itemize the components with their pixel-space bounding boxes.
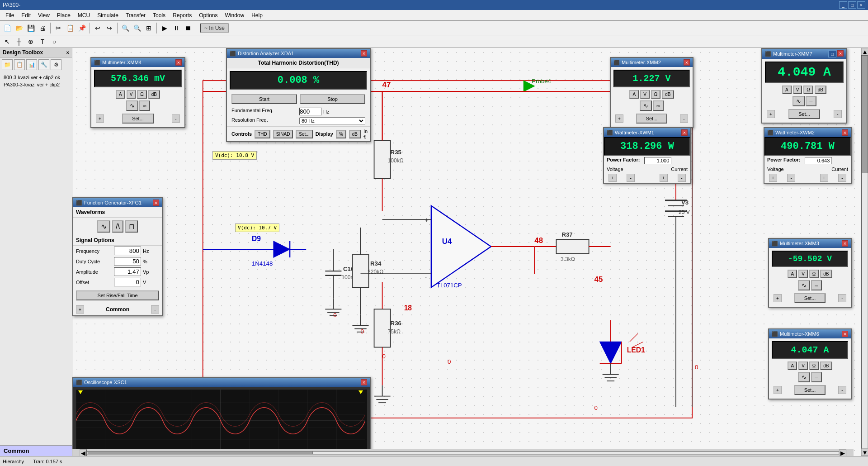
watt1-i-down[interactable]: -	[678, 174, 686, 182]
wattmeter-xwm1-title[interactable]: ⬛ Wattmeter-XWM1 ×	[604, 128, 690, 137]
toolbox-icon-3[interactable]: 📊	[26, 59, 37, 70]
redo-button[interactable]: ↪	[104, 23, 115, 33]
xmm3-adj-up[interactable]: +	[774, 294, 782, 302]
zoom-out-button[interactable]: 🔍	[132, 23, 142, 33]
xmm2-btn-db[interactable]: dB	[662, 90, 674, 99]
menu-tools[interactable]: Tools	[149, 10, 169, 20]
h-scroll-track[interactable]	[87, 451, 839, 455]
xmm7-set-btn[interactable]: Set...	[788, 109, 820, 119]
da-set-btn[interactable]: Set...	[296, 130, 312, 138]
xmm6-btn-db[interactable]: dB	[820, 361, 832, 370]
fg-offset-input[interactable]	[114, 278, 141, 286]
xmm2-adj-up[interactable]: +	[615, 114, 623, 123]
menu-edit[interactable]: Edit	[18, 10, 34, 20]
xmm7-adj-down[interactable]: -	[834, 110, 842, 118]
menu-simulate[interactable]: Simulate	[94, 10, 122, 20]
wire-tool[interactable]: ┼	[14, 36, 24, 47]
xmm6-btn-ohm[interactable]: Ω	[809, 361, 819, 370]
paste-button[interactable]: 📌	[76, 23, 87, 33]
zoom-fit-button[interactable]: ⊞	[143, 23, 154, 33]
fg-wave-triangle[interactable]: /\	[112, 220, 123, 233]
xmm2-btn-ohm[interactable]: Ω	[651, 90, 660, 99]
xmm6-btn-v[interactable]: V	[798, 361, 808, 370]
xmm4-btn-ohm[interactable]: Ω	[137, 90, 146, 99]
osc-title[interactable]: ⬛ Oscilloscope-XSC1 ×	[73, 378, 370, 387]
da-close[interactable]: ×	[361, 50, 367, 57]
v-scrollbar[interactable]: ▲ ▼	[861, 48, 868, 456]
watt1-v-up[interactable]: +	[609, 174, 617, 182]
design-toolbox-close[interactable]: ×	[66, 50, 69, 55]
da-stop-btn[interactable]: Stop	[300, 94, 365, 104]
xmm2-btn-a[interactable]: A	[629, 90, 639, 99]
xmm6-adj-down[interactable]: -	[838, 386, 846, 394]
xmm4-set-btn[interactable]: Set...	[122, 114, 154, 124]
menu-view[interactable]: View	[34, 10, 53, 20]
xmm6-wave-dc[interactable]: ⎓	[811, 372, 822, 382]
xmm7-wave-dc[interactable]: ⎓	[806, 96, 816, 106]
menu-help[interactable]: Help	[248, 10, 266, 20]
xmm3-btn-a[interactable]: A	[788, 270, 797, 278]
fg-wave-sine[interactable]: ∿	[97, 220, 110, 233]
scroll-right-btn[interactable]: ▶	[839, 449, 846, 456]
zoom-in-button[interactable]: 🔍	[120, 23, 131, 33]
wattmeter-xwm2-close[interactable]: ×	[842, 129, 848, 136]
multimeter-xmm2-title[interactable]: ⬛ Multimeter-XMM2 ×	[611, 58, 693, 67]
minimize-button[interactable]: _	[839, 1, 847, 9]
copy-button[interactable]: 📋	[65, 23, 75, 33]
toolbox-icon-1[interactable]: 📁	[2, 59, 13, 70]
fg-duty-input[interactable]	[114, 257, 141, 266]
da-res-freq-select[interactable]: 80 Hz	[299, 117, 365, 124]
xmm4-wave-dc[interactable]: ⎓	[139, 100, 150, 111]
xmm4-btn-a[interactable]: A	[116, 90, 125, 99]
xmm3-wave-ac[interactable]: ∿	[798, 280, 810, 290]
close-button[interactable]: ×	[857, 1, 865, 9]
multimeter-xmm6-title[interactable]: ⬛ Multimeter-XMM6 ×	[769, 329, 851, 338]
text-tool[interactable]: T	[37, 36, 48, 47]
fg-freq-input[interactable]	[114, 247, 141, 255]
toolbox-icon-5[interactable]: ⚙	[51, 59, 61, 70]
xmm4-btn-db[interactable]: dB	[148, 90, 160, 99]
xmm7-btn-ohm[interactable]: Ω	[803, 86, 813, 94]
watt1-i-up[interactable]: +	[660, 174, 668, 182]
watt2-i-up[interactable]: +	[820, 174, 828, 182]
xmm6-set-btn[interactable]: Set...	[794, 385, 826, 395]
multimeter-xmm3-close[interactable]: ×	[842, 240, 848, 247]
component-tool[interactable]: ⊕	[25, 36, 36, 47]
osc-close[interactable]: ×	[361, 379, 367, 385]
watt2-v-up[interactable]: +	[769, 174, 777, 182]
scroll-left-btn[interactable]: ◀	[80, 449, 87, 456]
xmm2-adj-down[interactable]: -	[680, 114, 688, 123]
multimeter-xmm3-title[interactable]: ⬛ Multimeter-XMM3 ×	[769, 239, 851, 248]
xmm2-wave-ac[interactable]: ∿	[640, 100, 652, 111]
cut-button[interactable]: ✂	[53, 23, 64, 33]
xmm3-wave-dc[interactable]: ⎓	[811, 280, 822, 290]
h-scrollbar[interactable]: ◀ ▶	[72, 449, 854, 456]
multimeter-xmm7-close[interactable]: ×	[837, 50, 844, 57]
title-bar-controls[interactable]: _ □ ×	[839, 1, 865, 9]
v-scroll-thumb[interactable]	[862, 56, 868, 173]
xmm7-btn-a[interactable]: A	[782, 86, 792, 94]
toolbox-icon-4[interactable]: 🔧	[38, 59, 49, 70]
xmm7-btn-v[interactable]: V	[793, 86, 802, 94]
simulate-run[interactable]: ▶	[159, 23, 170, 33]
xmm3-btn-v[interactable]: V	[798, 270, 808, 278]
xmm2-set-btn[interactable]: Set...	[636, 114, 668, 124]
node-tool[interactable]: ○	[49, 36, 60, 47]
wattmeter-xwm2-title[interactable]: ⬛ Wattmeter-XWM2 ×	[764, 128, 851, 137]
xmm7-restore[interactable]: □	[828, 50, 836, 57]
da-db-btn[interactable]: dB	[349, 130, 361, 138]
scroll-down-btn[interactable]: ▼	[861, 449, 868, 456]
xmm4-adj-down[interactable]: -	[172, 114, 180, 123]
h-scroll-thumb[interactable]	[87, 452, 313, 454]
scroll-up-btn[interactable]: ▲	[861, 48, 868, 55]
fg-set-rise-fall-btn[interactable]: Set Rise/Fall Time	[76, 290, 159, 300]
xmm6-btn-a[interactable]: A	[788, 361, 797, 370]
da-thd-btn[interactable]: THD	[255, 130, 270, 138]
fg-common-down[interactable]: -	[151, 305, 159, 314]
menu-place[interactable]: Place	[53, 10, 74, 20]
menu-reports[interactable]: Reports	[169, 10, 195, 20]
multimeter-xmm7-title[interactable]: ⬛ Multimeter-XMM7 □ ×	[762, 49, 846, 59]
watt2-v-down[interactable]: -	[787, 174, 795, 182]
fg-amp-input[interactable]	[114, 267, 141, 276]
wattmeter-xwm1-close[interactable]: ×	[681, 129, 688, 136]
